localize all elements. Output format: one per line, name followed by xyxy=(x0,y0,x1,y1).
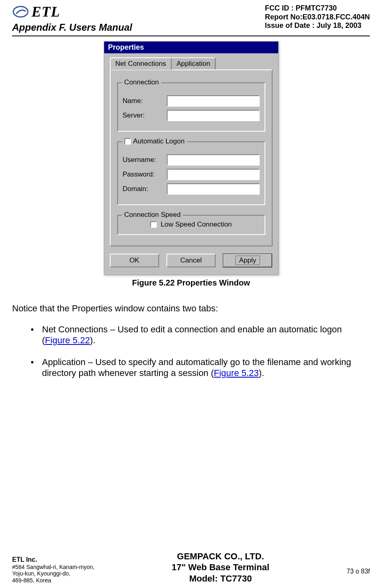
footer-addr3: 469-885, Korea xyxy=(12,577,94,584)
username-input[interactable] xyxy=(167,154,260,166)
header-right: FCC ID : PFMTC7730 Report No:E03.0718.FC… xyxy=(265,4,370,30)
tab-panel: Connection Name: Server: Automatic Logon… xyxy=(110,69,273,246)
bullet2-text: Application – Used to specify and automa… xyxy=(42,357,351,378)
low-speed-label: Low Speed Connection xyxy=(161,220,232,229)
username-label: Username: xyxy=(123,156,161,164)
domain-input[interactable] xyxy=(167,183,260,195)
auto-logon-checkbox[interactable] xyxy=(124,138,131,145)
legend-auto-logon: Automatic Logon xyxy=(122,137,187,145)
report-no: Report No:E03.0718.FCC.404N xyxy=(265,13,370,22)
footer-center-1: GEMPACK CO., LTD. xyxy=(172,551,269,562)
intro-paragraph: Notice that the Properties window contai… xyxy=(12,303,367,314)
tab-application[interactable]: Application xyxy=(171,57,216,70)
page-number: 73 o 83f xyxy=(346,568,370,575)
low-speed-checkbox[interactable] xyxy=(150,221,157,228)
name-label: Name: xyxy=(123,97,161,105)
page-header: ETL Appendix F. Users Manual FCC ID : PF… xyxy=(0,0,382,36)
figure-caption: Figure 5.22 Properties Window xyxy=(0,278,382,288)
legend-connection-speed: Connection Speed xyxy=(122,211,183,219)
footer-company: ETL Inc. xyxy=(12,556,94,563)
server-input[interactable] xyxy=(167,110,260,121)
logo-text: ETL xyxy=(31,3,60,20)
bullet2-post: ). xyxy=(259,368,264,378)
auto-logon-label: Automatic Logon xyxy=(133,137,185,145)
group-auto-logon: Automatic Logon Username: Password: Doma… xyxy=(117,141,265,205)
password-input[interactable] xyxy=(167,169,260,180)
cancel-button[interactable]: Cancel xyxy=(166,254,216,267)
ok-button[interactable]: OK xyxy=(110,254,159,267)
footer-center-2: 17" Web Base Terminal xyxy=(172,562,269,573)
tab-net-connections[interactable]: Net Connections xyxy=(110,57,172,70)
domain-label: Domain: xyxy=(123,185,161,193)
window-title-bar[interactable]: Properties xyxy=(104,42,278,53)
properties-window: Properties Net Connections Application C… xyxy=(104,41,279,275)
bullet1-post: ). xyxy=(90,335,95,345)
appendix-title: Appendix F. Users Manual xyxy=(12,22,132,33)
legend-connection: Connection xyxy=(122,78,162,86)
footer-center-3: Model: TC7730 xyxy=(172,573,269,584)
bullet-application: Application – Used to specify and automa… xyxy=(31,357,367,379)
footer-addr2: Yoju-kun, Kyounggi-do, xyxy=(12,570,94,577)
figure-ref-5-23[interactable]: Figure 5.23 xyxy=(214,368,259,378)
footer-addr1: #584 Sangwhal-ri, Kanam-myon, xyxy=(12,564,94,571)
name-input[interactable] xyxy=(167,95,260,107)
header-left: ETL Appendix F. Users Manual xyxy=(12,3,132,33)
tab-strip: Net Connections Application xyxy=(110,57,273,70)
bullet-net-connections: Net Connections – Used to edit a connect… xyxy=(31,324,367,346)
logo: ETL xyxy=(12,3,132,20)
header-rule xyxy=(12,36,370,36)
dialog-body: Net Connections Application Connection N… xyxy=(104,53,278,254)
document-body: Notice that the Properties window contai… xyxy=(0,288,382,379)
password-label: Password: xyxy=(123,170,161,178)
page-footer: ETL Inc. #584 Sangwhal-ri, Kanam-myon, Y… xyxy=(0,551,382,584)
svg-point-0 xyxy=(13,6,28,17)
group-connection: Connection Name: Server: xyxy=(117,82,265,132)
group-connection-speed: Connection Speed Low Speed Connection xyxy=(117,215,265,235)
button-row: OK Cancel Apply xyxy=(104,254,278,275)
footer-left: ETL Inc. #584 Sangwhal-ri, Kanam-myon, Y… xyxy=(12,556,94,584)
swirl-icon xyxy=(12,5,29,19)
issue-date: Issue of Date : July 18, 2003 xyxy=(265,21,370,30)
footer-center: GEMPACK CO., LTD. 17" Web Base Terminal … xyxy=(172,551,269,584)
fcc-id: FCC ID : PFMTC7730 xyxy=(265,4,370,13)
apply-button[interactable]: Apply xyxy=(223,254,272,267)
bullet-list: Net Connections – Used to edit a connect… xyxy=(12,324,367,379)
server-label: Server: xyxy=(123,111,161,120)
figure-ref-5-22[interactable]: Figure 5.22 xyxy=(45,335,90,345)
